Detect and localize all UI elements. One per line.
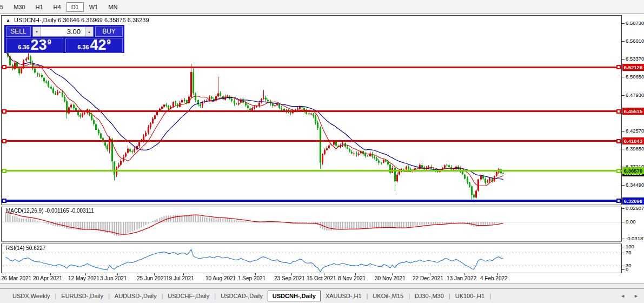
horizontal-level-line[interactable] bbox=[2, 67, 622, 68]
volume-decrease-button[interactable]: ▼ bbox=[33, 27, 41, 36]
rsi-tick-label: 100 bbox=[626, 244, 634, 249]
horizontal-level-line[interactable] bbox=[2, 110, 622, 112]
buy-price-prefix: 6.36 bbox=[77, 44, 89, 50]
volume-stepper: ▼ 3.00 ▲ bbox=[32, 27, 94, 37]
chart-tab[interactable]: USDCHF-,Daily bbox=[163, 291, 214, 301]
sell-price-sup: 9 bbox=[48, 38, 51, 46]
level-line-handle[interactable] bbox=[2, 139, 6, 143]
date-tick-label: 1 Sep 2021 bbox=[238, 275, 265, 281]
trading-terminal: 5M30H1H4D1W1MN 6.587306.560106.533706.50… bbox=[0, 0, 644, 303]
window-lower-band bbox=[0, 284, 644, 288]
date-tick-label: 26 Mar 2021 bbox=[1, 275, 31, 281]
level-price-badge: 6.32098 bbox=[622, 197, 644, 205]
level-line-handle[interactable] bbox=[2, 65, 6, 69]
chart-tab[interactable]: EURUSD-,Daily bbox=[56, 291, 108, 301]
chart-tab[interactable]: UKOil-,M15 bbox=[368, 291, 408, 301]
level-price-badge: 6.52126 bbox=[622, 64, 644, 71]
timeframe-button-h4[interactable]: H4 bbox=[49, 2, 66, 12]
sell-price-big: 23 bbox=[31, 38, 47, 51]
horizontal-level-line[interactable] bbox=[2, 200, 622, 202]
macd-indicator-label: MACD(12,26,9) -0.001165 -0.003111 bbox=[6, 208, 94, 214]
rsi-tick-mark bbox=[622, 253, 625, 253]
price-tick-label: 6.56010 bbox=[626, 38, 644, 44]
date-tick-label: 30 Nov 2021 bbox=[375, 275, 406, 281]
rsi-indicator-label: RSI(14) 50.6227 bbox=[6, 245, 45, 251]
sell-price-prefix: 6.36 bbox=[18, 44, 29, 50]
level-price-badge: 6.41043 bbox=[622, 137, 644, 144]
chevron-down-icon: ▼ bbox=[35, 30, 38, 34]
buy-price-display[interactable]: 6.36 42 9 bbox=[65, 38, 123, 52]
timeframe-button-h1[interactable]: H1 bbox=[31, 2, 48, 12]
macd-tick-label: 0.02607 bbox=[626, 206, 644, 211]
chevron-up-icon: ▲ bbox=[88, 30, 91, 34]
timeframe-toolbar: 5M30H1H4D1W1MN bbox=[0, 0, 644, 14]
chart-tab[interactable]: USDCAD-,Daily bbox=[216, 291, 268, 301]
rsi-tick-mark bbox=[622, 269, 625, 270]
level-line-handle[interactable] bbox=[616, 169, 621, 173]
chart-tab[interactable]: AUDUSD-,Daily bbox=[110, 291, 162, 301]
chart-tab[interactable]: DJ30-,M30 bbox=[410, 291, 449, 301]
level-line-handle[interactable] bbox=[2, 169, 6, 173]
rsi-panel-canvas[interactable] bbox=[3, 244, 620, 272]
rsi-tick-mark bbox=[622, 266, 625, 266]
level-line-handle[interactable] bbox=[616, 199, 621, 203]
rsi-tick-label: 0 bbox=[626, 267, 628, 272]
price-tick-label: 6.50650 bbox=[626, 74, 644, 80]
macd-tick-label: -0.03187 bbox=[626, 236, 644, 241]
horizontal-level-line[interactable] bbox=[2, 170, 622, 172]
sell-price-display[interactable]: 6.36 23 9 bbox=[6, 38, 63, 52]
collapse-icon[interactable]: ▲ bbox=[6, 18, 10, 23]
macd-tick-mark bbox=[622, 239, 625, 239]
chart-tab[interactable]: USDX,Weekly bbox=[8, 291, 55, 301]
level-line-handle[interactable] bbox=[2, 199, 6, 203]
price-tick-mark bbox=[622, 149, 625, 149]
date-tick-label: 4 Feb 2022 bbox=[480, 275, 508, 281]
level-price-badge: 6.36570 bbox=[622, 167, 644, 174]
macd-tick-mark bbox=[622, 208, 625, 209]
price-tick-label: 6.39850 bbox=[626, 146, 644, 152]
date-tick-label: 3 Jun 2021 bbox=[100, 275, 127, 281]
sell-button[interactable]: SELL bbox=[6, 27, 31, 37]
price-tick-label: 6.53370 bbox=[626, 56, 644, 62]
level-line-handle[interactable] bbox=[616, 139, 621, 143]
volume-input[interactable]: 3.00 bbox=[41, 27, 85, 36]
chart-tab[interactable]: USDCNH-,Daily bbox=[268, 291, 321, 301]
date-tick-label: 20 Apr 2021 bbox=[33, 275, 62, 281]
chart-tab-bar: USDX,Weekly|EURUSD-,Daily|AUDUSD-,Daily|… bbox=[0, 288, 644, 303]
volume-increase-button[interactable]: ▲ bbox=[85, 27, 93, 36]
timeframe-button-5[interactable]: 5 bbox=[0, 2, 8, 12]
level-price-badge: 6.45515 bbox=[622, 108, 644, 115]
chart-ohlc-values: 6.36646 6.36969 6.35876 6.36239 bbox=[58, 17, 149, 23]
chart-tab[interactable]: XAUUSD-,H1 bbox=[321, 291, 367, 301]
timeframe-button-m30[interactable]: M30 bbox=[9, 2, 30, 12]
level-line-handle[interactable] bbox=[616, 109, 621, 114]
date-tick-label: 25 Jun 2021 bbox=[137, 275, 167, 281]
tab-scroll-right-icon[interactable]: ► bbox=[634, 293, 639, 299]
one-click-trading-panel: SELL ▼ 3.00 ▲ BUY 6.36 23 9 6.36 42 9 bbox=[4, 25, 124, 53]
timeframe-button-d1[interactable]: D1 bbox=[67, 2, 84, 12]
timeframe-button-w1[interactable]: W1 bbox=[84, 2, 103, 12]
price-tick-label: 6.58730 bbox=[626, 21, 644, 26]
macd-panel-canvas[interactable] bbox=[3, 207, 620, 241]
chart-tab[interactable]: UK100-,H1 bbox=[450, 291, 489, 301]
chart-title: ▲ USDCNH-,Daily 6.36646 6.36969 6.35876 … bbox=[6, 17, 149, 23]
tab-scroll-left-icon[interactable]: ◄ bbox=[620, 293, 625, 299]
price-tick-mark bbox=[622, 77, 625, 77]
buy-button[interactable]: BUY bbox=[95, 27, 123, 37]
buy-price-big: 42 bbox=[90, 38, 107, 51]
price-tick-mark bbox=[622, 23, 625, 24]
chart-symbol-label: USDCNH-,Daily bbox=[14, 17, 56, 23]
date-tick-label: 19 Jul 2021 bbox=[166, 275, 194, 281]
level-line-handle[interactable] bbox=[616, 65, 621, 69]
date-tick-label: 8 Nov 2021 bbox=[338, 275, 366, 281]
price-tick-mark bbox=[622, 131, 625, 131]
date-tick-label: 23 Sep 2021 bbox=[274, 275, 305, 281]
date-tick-label: 22 Dec 2021 bbox=[413, 275, 443, 281]
date-tick-label: 10 Aug 2021 bbox=[205, 275, 236, 281]
tab-separator: | bbox=[489, 293, 491, 299]
level-line-handle[interactable] bbox=[2, 109, 6, 114]
timeframe-button-mn[interactable]: MN bbox=[103, 2, 122, 12]
price-tick-label: 6.42570 bbox=[626, 128, 644, 134]
horizontal-level-line[interactable] bbox=[2, 140, 622, 142]
price-tick-mark bbox=[622, 59, 625, 60]
